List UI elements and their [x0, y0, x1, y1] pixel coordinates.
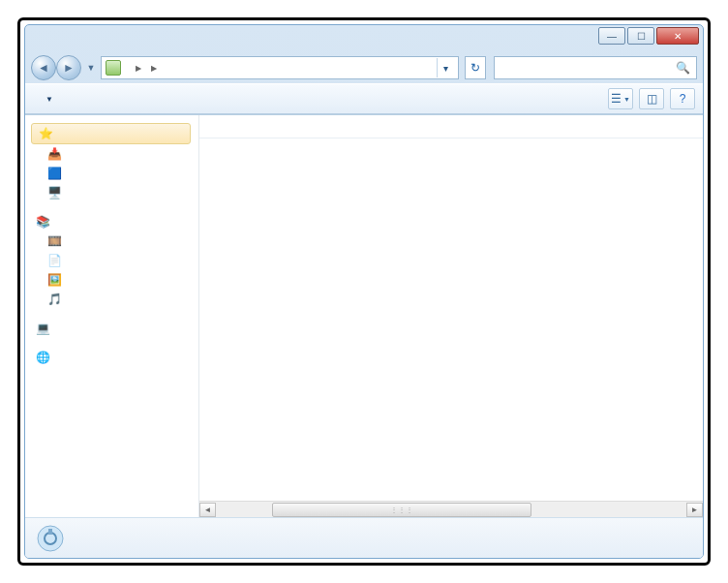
scroll-track[interactable]: ⋮⋮⋮ [216, 503, 686, 517]
scroll-left-button[interactable]: ◄ [199, 503, 216, 517]
music-icon: 🎵 [46, 292, 62, 307]
view-options-button[interactable]: ☰ ▼ [608, 88, 633, 109]
location-icon [106, 60, 121, 76]
titlebar: — ☐ ✕ [25, 25, 703, 52]
nav-bar: ◄ ► ▼ ▶ ▶ ▾ ↻ 🔍 [25, 52, 703, 83]
minimize-button[interactable]: — [598, 27, 625, 45]
history-dropdown[interactable]: ▼ [85, 63, 97, 73]
video-icon: 🎞️ [46, 233, 62, 249]
sidebar-favorites[interactable]: ⭐ [31, 123, 191, 144]
back-button[interactable]: ◄ [31, 55, 56, 80]
pictures-icon: 🖼️ [46, 272, 62, 288]
help-button[interactable]: ? [670, 88, 695, 109]
chevron-down-icon: ▼ [46, 95, 53, 104]
file-list: ◄ ⋮⋮⋮ ► [199, 115, 703, 517]
close-button[interactable]: ✕ [656, 27, 699, 45]
preview-pane-button[interactable]: ◫ [639, 88, 664, 109]
svg-rect-1 [48, 529, 52, 535]
search-input[interactable]: 🔍 [494, 56, 697, 79]
maximize-button[interactable]: ☐ [627, 27, 654, 45]
command-bar: ▼ ☰ ▼ ◫ ? [25, 83, 703, 114]
sidebar-downloads[interactable]: 📥 [29, 144, 195, 164]
desktop-icon: 🖥️ [46, 185, 62, 200]
navigation-pane: ⭐ 📥 🟦 🖥️ 📚 🎞️ 📄 🖼️ 🎵 💻 🌐 [25, 115, 199, 517]
scroll-right-button[interactable]: ► [686, 503, 703, 517]
computer-icon: 💻 [35, 321, 50, 336]
sidebar-videos[interactable]: 🎞️ [29, 231, 195, 251]
downloads-icon: 📥 [46, 146, 62, 162]
sidebar-libraries[interactable]: 📚 [29, 212, 195, 231]
explorer-window: — ☐ ✕ ◄ ► ▼ ▶ ▶ ▾ ↻ 🔍 ▼ [24, 24, 704, 559]
status-bar [25, 517, 703, 558]
search-icon: 🔍 [676, 61, 690, 75]
sidebar-network[interactable]: 🌐 [29, 348, 195, 367]
tools-icon [35, 523, 66, 554]
network-icon: 🌐 [35, 350, 50, 365]
scroll-thumb[interactable]: ⋮⋮⋮ [272, 503, 531, 517]
sidebar-pictures[interactable]: 🖼️ [29, 270, 195, 290]
chevron-right-icon[interactable]: ▶ [148, 64, 160, 73]
sidebar-computer[interactable]: 💻 [29, 319, 195, 338]
sidebar-documents[interactable]: 📄 [29, 251, 195, 270]
sidebar-recent[interactable]: 🟦 [29, 164, 195, 183]
address-bar[interactable]: ▶ ▶ ▾ [101, 56, 459, 79]
refresh-button[interactable]: ↻ [465, 56, 486, 79]
column-headers [199, 115, 703, 138]
document-icon: 📄 [46, 253, 62, 268]
sidebar-desktop[interactable]: 🖥️ [29, 183, 195, 202]
star-icon: ⭐ [38, 126, 53, 141]
recent-icon: 🟦 [46, 166, 62, 181]
chevron-right-icon[interactable]: ▶ [133, 64, 144, 73]
libraries-icon: 📚 [35, 214, 50, 230]
horizontal-scrollbar[interactable]: ◄ ⋮⋮⋮ ► [199, 501, 703, 517]
sidebar-music[interactable]: 🎵 [29, 290, 195, 309]
address-dropdown[interactable]: ▾ [437, 58, 454, 77]
forward-button[interactable]: ► [56, 55, 81, 80]
organize-menu[interactable]: ▼ [33, 91, 62, 107]
